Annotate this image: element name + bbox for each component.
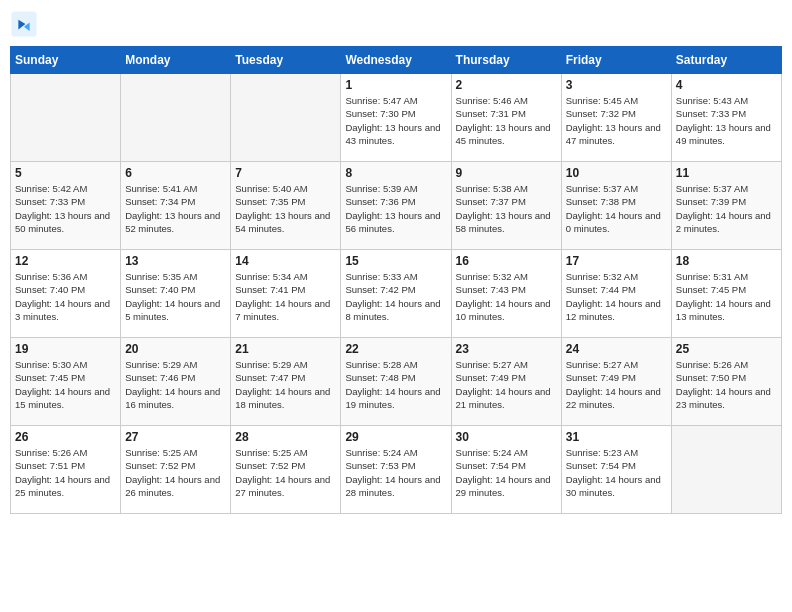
day-header-thursday: Thursday (451, 47, 561, 74)
day-number: 28 (235, 430, 336, 444)
day-number: 30 (456, 430, 557, 444)
calendar-cell: 22Sunrise: 5:28 AMSunset: 7:48 PMDayligh… (341, 338, 451, 426)
day-info: Sunrise: 5:26 AMSunset: 7:51 PMDaylight:… (15, 446, 116, 499)
calendar-cell: 20Sunrise: 5:29 AMSunset: 7:46 PMDayligh… (121, 338, 231, 426)
calendar-cell: 14Sunrise: 5:34 AMSunset: 7:41 PMDayligh… (231, 250, 341, 338)
day-info: Sunrise: 5:34 AMSunset: 7:41 PMDaylight:… (235, 270, 336, 323)
day-number: 21 (235, 342, 336, 356)
day-number: 8 (345, 166, 446, 180)
day-info: Sunrise: 5:24 AMSunset: 7:53 PMDaylight:… (345, 446, 446, 499)
calendar-cell: 30Sunrise: 5:24 AMSunset: 7:54 PMDayligh… (451, 426, 561, 514)
day-number: 22 (345, 342, 446, 356)
calendar-cell (121, 74, 231, 162)
day-info: Sunrise: 5:47 AMSunset: 7:30 PMDaylight:… (345, 94, 446, 147)
day-info: Sunrise: 5:35 AMSunset: 7:40 PMDaylight:… (125, 270, 226, 323)
day-info: Sunrise: 5:30 AMSunset: 7:45 PMDaylight:… (15, 358, 116, 411)
day-number: 16 (456, 254, 557, 268)
week-row-1: 1Sunrise: 5:47 AMSunset: 7:30 PMDaylight… (11, 74, 782, 162)
day-info: Sunrise: 5:29 AMSunset: 7:47 PMDaylight:… (235, 358, 336, 411)
day-info: Sunrise: 5:27 AMSunset: 7:49 PMDaylight:… (566, 358, 667, 411)
day-info: Sunrise: 5:33 AMSunset: 7:42 PMDaylight:… (345, 270, 446, 323)
day-number: 9 (456, 166, 557, 180)
day-number: 19 (15, 342, 116, 356)
day-number: 27 (125, 430, 226, 444)
day-info: Sunrise: 5:37 AMSunset: 7:39 PMDaylight:… (676, 182, 777, 235)
day-info: Sunrise: 5:36 AMSunset: 7:40 PMDaylight:… (15, 270, 116, 323)
calendar-cell (11, 74, 121, 162)
calendar-cell: 8Sunrise: 5:39 AMSunset: 7:36 PMDaylight… (341, 162, 451, 250)
day-info: Sunrise: 5:32 AMSunset: 7:44 PMDaylight:… (566, 270, 667, 323)
day-info: Sunrise: 5:31 AMSunset: 7:45 PMDaylight:… (676, 270, 777, 323)
day-number: 25 (676, 342, 777, 356)
calendar-cell: 13Sunrise: 5:35 AMSunset: 7:40 PMDayligh… (121, 250, 231, 338)
day-info: Sunrise: 5:25 AMSunset: 7:52 PMDaylight:… (125, 446, 226, 499)
day-info: Sunrise: 5:28 AMSunset: 7:48 PMDaylight:… (345, 358, 446, 411)
week-row-5: 26Sunrise: 5:26 AMSunset: 7:51 PMDayligh… (11, 426, 782, 514)
day-number: 15 (345, 254, 446, 268)
calendar-cell: 2Sunrise: 5:46 AMSunset: 7:31 PMDaylight… (451, 74, 561, 162)
day-header-tuesday: Tuesday (231, 47, 341, 74)
header (10, 10, 782, 38)
day-number: 10 (566, 166, 667, 180)
calendar-cell: 24Sunrise: 5:27 AMSunset: 7:49 PMDayligh… (561, 338, 671, 426)
day-info: Sunrise: 5:42 AMSunset: 7:33 PMDaylight:… (15, 182, 116, 235)
day-number: 20 (125, 342, 226, 356)
calendar-cell: 27Sunrise: 5:25 AMSunset: 7:52 PMDayligh… (121, 426, 231, 514)
day-info: Sunrise: 5:45 AMSunset: 7:32 PMDaylight:… (566, 94, 667, 147)
day-info: Sunrise: 5:39 AMSunset: 7:36 PMDaylight:… (345, 182, 446, 235)
day-number: 12 (15, 254, 116, 268)
calendar-cell: 4Sunrise: 5:43 AMSunset: 7:33 PMDaylight… (671, 74, 781, 162)
day-number: 26 (15, 430, 116, 444)
week-row-4: 19Sunrise: 5:30 AMSunset: 7:45 PMDayligh… (11, 338, 782, 426)
day-number: 4 (676, 78, 777, 92)
day-info: Sunrise: 5:38 AMSunset: 7:37 PMDaylight:… (456, 182, 557, 235)
calendar-cell: 1Sunrise: 5:47 AMSunset: 7:30 PMDaylight… (341, 74, 451, 162)
calendar-cell: 12Sunrise: 5:36 AMSunset: 7:40 PMDayligh… (11, 250, 121, 338)
calendar-table: SundayMondayTuesdayWednesdayThursdayFrid… (10, 46, 782, 514)
day-number: 18 (676, 254, 777, 268)
calendar-cell: 7Sunrise: 5:40 AMSunset: 7:35 PMDaylight… (231, 162, 341, 250)
day-header-sunday: Sunday (11, 47, 121, 74)
calendar-cell (231, 74, 341, 162)
calendar-cell: 25Sunrise: 5:26 AMSunset: 7:50 PMDayligh… (671, 338, 781, 426)
day-number: 29 (345, 430, 446, 444)
day-header-saturday: Saturday (671, 47, 781, 74)
day-info: Sunrise: 5:37 AMSunset: 7:38 PMDaylight:… (566, 182, 667, 235)
day-info: Sunrise: 5:46 AMSunset: 7:31 PMDaylight:… (456, 94, 557, 147)
calendar-cell: 26Sunrise: 5:26 AMSunset: 7:51 PMDayligh… (11, 426, 121, 514)
day-number: 31 (566, 430, 667, 444)
calendar-cell: 31Sunrise: 5:23 AMSunset: 7:54 PMDayligh… (561, 426, 671, 514)
day-info: Sunrise: 5:32 AMSunset: 7:43 PMDaylight:… (456, 270, 557, 323)
calendar-cell: 16Sunrise: 5:32 AMSunset: 7:43 PMDayligh… (451, 250, 561, 338)
calendar-cell: 10Sunrise: 5:37 AMSunset: 7:38 PMDayligh… (561, 162, 671, 250)
day-info: Sunrise: 5:23 AMSunset: 7:54 PMDaylight:… (566, 446, 667, 499)
day-header-friday: Friday (561, 47, 671, 74)
day-info: Sunrise: 5:29 AMSunset: 7:46 PMDaylight:… (125, 358, 226, 411)
calendar-cell: 9Sunrise: 5:38 AMSunset: 7:37 PMDaylight… (451, 162, 561, 250)
calendar-cell: 28Sunrise: 5:25 AMSunset: 7:52 PMDayligh… (231, 426, 341, 514)
day-number: 23 (456, 342, 557, 356)
week-row-2: 5Sunrise: 5:42 AMSunset: 7:33 PMDaylight… (11, 162, 782, 250)
day-number: 2 (456, 78, 557, 92)
day-number: 5 (15, 166, 116, 180)
calendar-cell: 6Sunrise: 5:41 AMSunset: 7:34 PMDaylight… (121, 162, 231, 250)
day-number: 14 (235, 254, 336, 268)
week-row-3: 12Sunrise: 5:36 AMSunset: 7:40 PMDayligh… (11, 250, 782, 338)
day-number: 24 (566, 342, 667, 356)
calendar-cell: 29Sunrise: 5:24 AMSunset: 7:53 PMDayligh… (341, 426, 451, 514)
day-number: 17 (566, 254, 667, 268)
calendar-cell: 11Sunrise: 5:37 AMSunset: 7:39 PMDayligh… (671, 162, 781, 250)
day-info: Sunrise: 5:43 AMSunset: 7:33 PMDaylight:… (676, 94, 777, 147)
day-number: 3 (566, 78, 667, 92)
day-header-monday: Monday (121, 47, 231, 74)
logo (10, 10, 42, 38)
day-info: Sunrise: 5:27 AMSunset: 7:49 PMDaylight:… (456, 358, 557, 411)
day-number: 11 (676, 166, 777, 180)
calendar-cell (671, 426, 781, 514)
day-info: Sunrise: 5:25 AMSunset: 7:52 PMDaylight:… (235, 446, 336, 499)
calendar-cell: 3Sunrise: 5:45 AMSunset: 7:32 PMDaylight… (561, 74, 671, 162)
day-info: Sunrise: 5:24 AMSunset: 7:54 PMDaylight:… (456, 446, 557, 499)
day-info: Sunrise: 5:40 AMSunset: 7:35 PMDaylight:… (235, 182, 336, 235)
calendar-cell: 19Sunrise: 5:30 AMSunset: 7:45 PMDayligh… (11, 338, 121, 426)
day-info: Sunrise: 5:41 AMSunset: 7:34 PMDaylight:… (125, 182, 226, 235)
